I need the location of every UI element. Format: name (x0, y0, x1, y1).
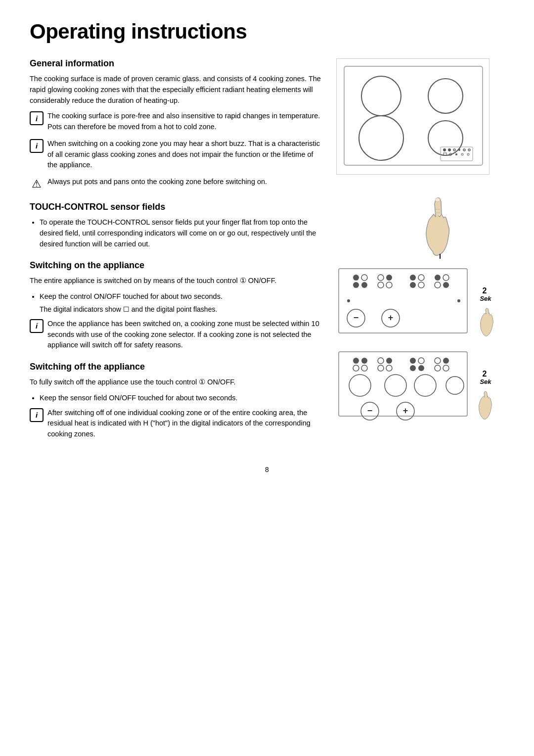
general-info-section: General information The cooking surface … (30, 58, 321, 191)
svg-point-42 (347, 299, 350, 302)
svg-point-61 (418, 365, 424, 371)
control-panel-diagram-1: − + (336, 264, 504, 344)
touch-finger-illustration (376, 189, 504, 259)
svg-point-60 (410, 365, 416, 371)
general-info-block-1: i The cooking surface is pore-free and a… (30, 111, 321, 133)
touch-bullet-list: To operate the TOUCH-CONTROL sensor fiel… (40, 217, 321, 249)
touch-control-heading: TOUCH-CONTROL sensor fields (30, 202, 321, 212)
info-icon-1: i (30, 111, 44, 125)
svg-point-17 (435, 198, 440, 202)
svg-point-36 (410, 282, 416, 288)
switch-off-info-text: After switching off of one individual co… (47, 408, 321, 440)
svg-text:Sek: Sek (480, 378, 491, 385)
svg-text:Sek: Sek (480, 295, 491, 302)
svg-point-24 (353, 282, 359, 288)
svg-point-9 (458, 149, 460, 151)
svg-point-22 (353, 275, 359, 281)
cooktop-svg (342, 64, 485, 168)
general-info-block-2: i When switching on a cooking zone you m… (30, 139, 321, 171)
switch-on-bullet-1: Keep the control ON/OFF touched for abou… (40, 291, 321, 315)
svg-point-25 (361, 282, 367, 288)
right-column: − + (336, 58, 504, 451)
finger-svg (403, 189, 477, 259)
panel-svg-2: − + 2 Sek (336, 347, 504, 426)
info-icon-switch-on: i (30, 319, 44, 333)
switch-off-info-block: i After switching off of one individual … (30, 408, 321, 440)
svg-point-14 (455, 153, 457, 155)
svg-text:−: − (367, 406, 373, 416)
switch-off-heading: Switching off the appliance (30, 362, 321, 372)
svg-rect-0 (344, 66, 483, 165)
svg-point-27 (386, 275, 392, 281)
general-warn-block: ⚠ Always put pots and pans onto the cook… (30, 177, 321, 191)
svg-point-63 (443, 358, 449, 364)
svg-point-49 (361, 358, 367, 364)
panel-svg-1: − + (336, 264, 504, 343)
general-intro-text: The cooking surface is made of proven ce… (30, 74, 321, 106)
switch-on-info-text: Once the appliance has been switched on,… (47, 319, 321, 351)
svg-point-7 (448, 148, 451, 151)
svg-point-6 (443, 148, 446, 151)
svg-point-41 (443, 282, 449, 288)
info-icon-2: i (30, 139, 44, 153)
info-icon-switch-off: i (30, 408, 44, 422)
switch-on-intro: The entire appliance is switched on by m… (30, 276, 321, 286)
svg-text:2: 2 (483, 370, 487, 378)
switch-off-bullets: Keep the sensor field ON/OFF touched for… (40, 393, 321, 404)
switch-off-intro: To fully switch off the appliance use th… (30, 377, 321, 388)
warning-icon: ⚠ (30, 177, 44, 191)
page-title: Operating instructions (30, 20, 504, 44)
switch-on-info-block: i Once the appliance has been switched o… (30, 319, 321, 351)
svg-point-48 (353, 358, 359, 364)
svg-text:+: + (403, 406, 408, 416)
svg-point-38 (435, 275, 441, 281)
general-info-heading: General information (30, 58, 321, 69)
general-info-text-2: When switching on a cooking zone you may… (47, 139, 321, 171)
svg-point-53 (386, 358, 392, 364)
general-info-text-1: The cooking surface is pore-free and als… (47, 111, 321, 133)
switch-on-heading: Switching on the appliance (30, 260, 321, 271)
switch-off-bullet-1: Keep the sensor field ON/OFF touched for… (40, 393, 321, 404)
svg-point-34 (410, 275, 416, 281)
switch-off-section: Switching off the appliance To fully swi… (30, 362, 321, 440)
touch-control-section: TOUCH-CONTROL sensor fields To operate t… (30, 202, 321, 249)
switch-on-sub-1: The digital indicators show ☐ and the di… (40, 304, 321, 315)
control-panel-diagram-2: − + 2 Sek (336, 347, 504, 427)
svg-point-43 (457, 299, 460, 302)
svg-text:+: + (388, 313, 394, 323)
general-warn-text: Always put pots and pans onto the cookin… (47, 177, 267, 188)
switch-on-bullets: Keep the control ON/OFF touched for abou… (40, 291, 321, 315)
svg-text:−: − (354, 313, 359, 323)
svg-text:2: 2 (483, 286, 487, 295)
switch-on-section: Switching on the appliance The entire ap… (30, 260, 321, 351)
svg-point-58 (410, 358, 416, 364)
touch-bullet-1: To operate the TOUCH-CONTROL sensor fiel… (40, 217, 321, 249)
cooktop-diagram (336, 58, 490, 175)
page-number: 8 (30, 466, 504, 473)
